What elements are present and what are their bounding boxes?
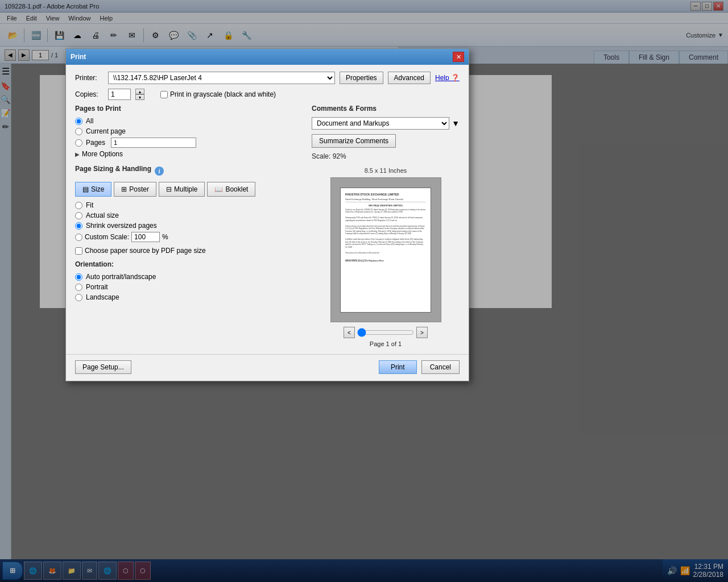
print-button[interactable]: Print — [379, 360, 417, 374]
print-dialog: Print ✕ Printer: \\132.147.5.82\HP Laser… — [65, 48, 469, 381]
pdf-source-check: Choose paper source by PDF page size — [75, 247, 303, 255]
dialog-columns: Pages to Print All Current page — [75, 105, 460, 347]
preview-column: 8.5 x 11 Inches PAKISTAN STOCK EXCHANGE … — [312, 167, 460, 347]
radio-fit-input[interactable] — [75, 202, 82, 209]
summarize-comments-button[interactable]: Summarize Comments — [312, 134, 396, 148]
preview-nav: < > — [344, 327, 428, 338]
tab-poster[interactable]: ⊞ Poster — [114, 182, 156, 197]
radio-shrink: Shrink oversized pages — [75, 222, 303, 230]
radio-portrait-input[interactable] — [75, 284, 82, 291]
properties-button[interactable]: Properties — [340, 72, 383, 84]
expand-arrow-icon: ▶ — [75, 151, 80, 157]
custom-scale-input[interactable] — [131, 232, 160, 242]
dialog-title-bar: Print ✕ — [66, 49, 469, 65]
radio-current-label: Current page — [86, 127, 126, 135]
radio-auto-orient: Auto portrait/landscape — [75, 273, 303, 281]
dialog-body: Printer: \\132.147.5.82\HP LaserJet 4 Pr… — [66, 65, 469, 354]
printer-row: Printer: \\132.147.5.82\HP LaserJet 4 Pr… — [75, 72, 460, 84]
more-options-row[interactable]: ▶ More Options — [75, 150, 303, 158]
orientation-section: Orientation: Auto portrait/landscape Por… — [75, 260, 303, 301]
right-column: Comments & Forms Document and Markups Do… — [312, 105, 460, 347]
tab-multiple[interactable]: ⊟ Multiple — [159, 182, 205, 197]
printer-select[interactable]: \\132.147.5.82\HP LaserJet 4 — [108, 72, 335, 84]
preview-slider[interactable] — [357, 328, 414, 337]
dialog-overlay: Print ✕ Printer: \\132.147.5.82\HP Laser… — [0, 0, 728, 582]
radio-landscape: Landscape — [75, 293, 303, 301]
copies-spinner: ▲ ▼ — [135, 89, 144, 100]
cancel-button[interactable]: Cancel — [421, 360, 460, 374]
tab-booklet[interactable]: 📖 Booklet — [207, 182, 255, 197]
radio-landscape-label: Landscape — [86, 293, 119, 301]
radio-all-label: All — [86, 117, 93, 125]
radio-custom-label: Custom Scale: — [85, 233, 129, 241]
radio-pages: Pages — [75, 138, 303, 148]
preview-page: PAKISTAN STOCK EXCHANGE LIMITED Stock Ex… — [340, 188, 431, 313]
radio-current-input[interactable] — [75, 128, 82, 135]
preview-next-button[interactable]: > — [416, 327, 428, 338]
radio-pages-input[interactable] — [75, 139, 82, 147]
tab-size[interactable]: ▤ Size — [75, 182, 111, 197]
page-sizing-section: Page Sizing & Handling i ▤ Size ⊞ Poster — [75, 165, 303, 255]
printer-label: Printer: — [75, 74, 104, 82]
radio-fit: Fit — [75, 201, 303, 209]
grayscale-checkbox[interactable] — [160, 91, 168, 98]
preview-area: PAKISTAN STOCK EXCHANGE LIMITED Stock Ex… — [330, 177, 441, 322]
poster-tab-icon: ⊞ — [121, 185, 127, 193]
radio-all: All — [75, 117, 303, 125]
left-column: Pages to Print All Current page — [75, 105, 303, 347]
radio-actual-label: Actual size — [86, 211, 119, 219]
preview-size-label: 8.5 x 11 Inches — [365, 167, 407, 174]
preview-prev-button[interactable]: < — [344, 327, 355, 338]
radio-pages-label: Pages — [86, 139, 105, 147]
pdf-source-label: Choose paper source by PDF page size — [85, 247, 206, 255]
radio-actual-input[interactable] — [75, 212, 82, 219]
radio-auto-orient-label: Auto portrait/landscape — [86, 273, 156, 281]
comments-forms-header: Comments & Forms — [312, 105, 460, 114]
sizing-radios: Fit Actual size Shrink oversized pages — [75, 201, 303, 242]
preview-content: PAKISTAN STOCK EXCHANGE LIMITED Stock Ex… — [345, 193, 426, 263]
advanced-button[interactable]: Advanced — [388, 72, 431, 84]
spin-up-button[interactable]: ▲ — [135, 89, 144, 94]
radio-shrink-input[interactable] — [75, 222, 82, 230]
size-tab-icon: ▤ — [82, 185, 89, 193]
pdf-source-checkbox[interactable] — [75, 247, 82, 255]
scale-unit: % — [162, 233, 168, 241]
radio-custom-input[interactable] — [75, 234, 82, 241]
comments-forms-section: Comments & Forms Document and Markups Do… — [312, 105, 460, 160]
dialog-close-button[interactable]: ✕ — [453, 52, 464, 62]
radio-all-input[interactable] — [75, 118, 82, 125]
copies-input[interactable] — [108, 89, 131, 100]
pages-range-input[interactable] — [111, 138, 196, 148]
sizing-header: Page Sizing & Handling i — [75, 165, 303, 177]
copies-row: Copies: ▲ ▼ Print in grayscale (black an… — [75, 89, 460, 100]
preview-page-label: Page 1 of 1 — [370, 340, 402, 347]
orientation-header: Orientation: — [75, 260, 303, 269]
radio-current: Current page — [75, 127, 303, 135]
info-icon[interactable]: i — [155, 167, 164, 176]
comments-dropdown-arrow[interactable]: ▼ — [452, 119, 460, 128]
radio-landscape-input[interactable] — [75, 294, 82, 301]
page-setup-button[interactable]: Page Setup... — [75, 360, 131, 374]
pages-to-print-section: Pages to Print All Current page — [75, 105, 303, 158]
radio-fit-label: Fit — [86, 201, 93, 209]
radio-actual: Actual size — [75, 211, 303, 219]
comments-select-row: Document and Markups Document Document a… — [312, 117, 460, 130]
multiple-tab-icon: ⊟ — [166, 185, 172, 193]
scale-text: Scale: 92% — [312, 152, 460, 160]
grayscale-label: Print in grayscale (black and white) — [170, 90, 276, 98]
sizing-tabs: ▤ Size ⊞ Poster ⊟ Multiple 📖 Booklet — [75, 182, 303, 197]
radio-portrait: Portrait — [75, 283, 303, 291]
booklet-tab-icon: 📖 — [214, 185, 223, 193]
radio-custom: Custom Scale: % — [75, 232, 303, 242]
footer-right: Print Cancel — [379, 360, 460, 374]
copies-label: Copies: — [75, 90, 104, 98]
dialog-footer: Page Setup... Print Cancel — [66, 354, 469, 381]
radio-portrait-label: Portrait — [86, 283, 108, 291]
radio-shrink-label: Shrink oversized pages — [86, 222, 157, 230]
pages-to-print-header: Pages to Print — [75, 105, 303, 114]
comments-select[interactable]: Document and Markups Document Document a… — [312, 117, 449, 130]
help-link[interactable]: Help ❓ — [435, 74, 460, 82]
radio-auto-orient-input[interactable] — [75, 273, 82, 281]
spin-down-button[interactable]: ▼ — [135, 94, 144, 100]
more-options-label: More Options — [82, 150, 123, 158]
